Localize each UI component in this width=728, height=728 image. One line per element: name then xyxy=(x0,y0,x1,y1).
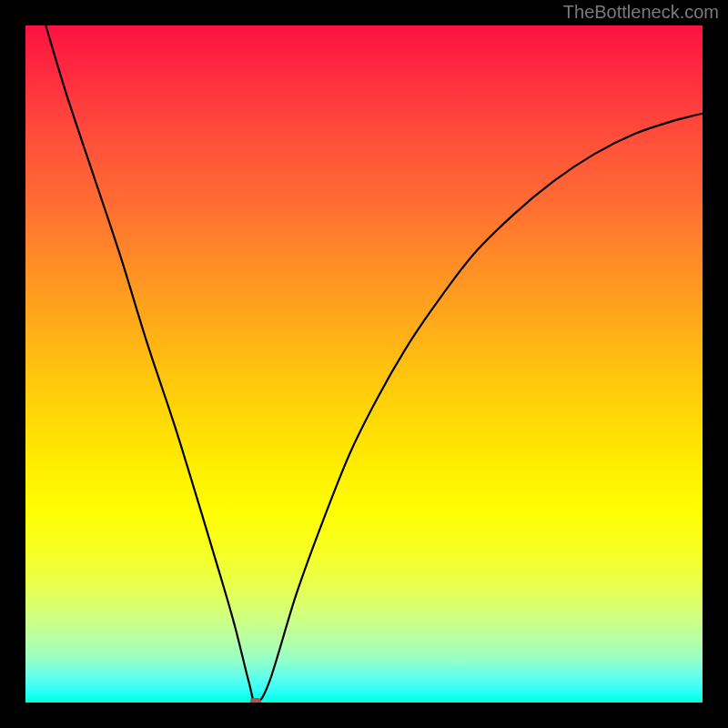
optimum-marker xyxy=(250,698,261,703)
watermark-text: TheBottleneck.com xyxy=(563,2,719,23)
bottleneck-curve-path xyxy=(46,25,703,703)
chart-container: TheBottleneck.com xyxy=(0,0,728,728)
curve-svg xyxy=(25,25,703,703)
plot-area xyxy=(25,25,703,703)
